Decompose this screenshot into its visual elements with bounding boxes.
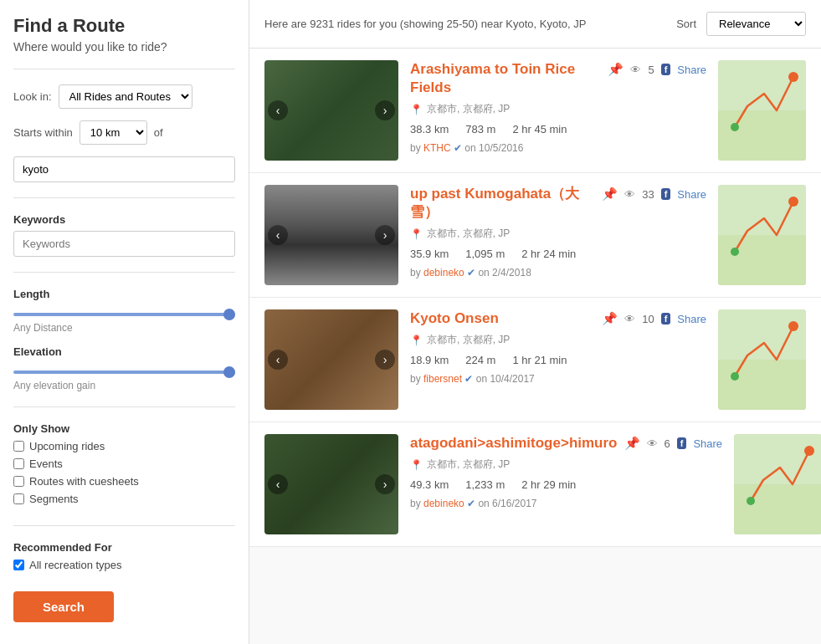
recommended-label: Recommended For	[13, 541, 235, 554]
author-link[interactable]: fibersnet	[423, 373, 462, 385]
svg-rect-13	[734, 484, 821, 534]
route-info: atagodani>ashimitoge>himuro 📌 👁 6 f Shar…	[410, 434, 722, 534]
pin-icon[interactable]: 📌	[602, 311, 618, 326]
image-next-button[interactable]: ›	[375, 100, 395, 120]
location-text: 京都市, 京都府, JP	[427, 102, 510, 116]
route-card: ‹ › Arashiyama to Toin Rice Fields 📌 👁 5…	[249, 49, 821, 173]
sidebar: Find a Route Where would you like to rid…	[0, 0, 249, 644]
cuesheets-label[interactable]: Routes with cuesheets	[29, 475, 139, 488]
author-link[interactable]: debineko	[423, 267, 464, 279]
location-field	[13, 156, 235, 182]
svg-point-14	[747, 497, 755, 505]
route-duration: 2 hr 45 min	[512, 123, 567, 135]
route-elevation: 783 m	[465, 123, 495, 135]
events-label[interactable]: Events	[29, 457, 63, 470]
route-elevation: 224 m	[465, 354, 495, 366]
image-next-button[interactable]: ›	[375, 225, 395, 245]
pin-icon[interactable]: 📌	[624, 436, 640, 451]
of-label: of	[154, 126, 163, 139]
route-date: 10/5/2016	[479, 142, 523, 154]
route-distance: 38.3 km	[410, 123, 449, 135]
route-location: 📍 京都市, 京都府, JP	[410, 227, 706, 241]
cuesheets-checkbox[interactable]	[13, 476, 24, 487]
keywords-input[interactable]	[13, 231, 235, 257]
facebook-icon: f	[661, 188, 671, 200]
route-map[interactable]	[718, 309, 806, 410]
cuesheets-checkbox-item: Routes with cuesheets	[13, 475, 235, 488]
results-summary: Here are 9231 rides for you (showing 25-…	[264, 18, 666, 30]
search-button-container: Search	[13, 588, 235, 622]
route-location: 📍 京都市, 京都府, JP	[410, 457, 722, 472]
share-link[interactable]: Share	[677, 64, 706, 76]
search-button[interactable]: Search	[13, 591, 114, 622]
all-recreation-label[interactable]: All recreation types	[29, 559, 122, 571]
views-count: 10	[642, 313, 654, 325]
look-in-select[interactable]: All Rides and Routes Routes Only Rides O…	[59, 84, 192, 109]
share-link[interactable]: Share	[677, 313, 706, 325]
divider-2	[13, 197, 235, 198]
image-prev-button[interactable]: ‹	[268, 350, 288, 370]
sort-label: Sort	[676, 18, 696, 30]
segments-label[interactable]: Segments	[29, 493, 79, 505]
route-author: by debineko ✔ on 2/4/2018	[410, 267, 706, 279]
elevation-slider[interactable]	[13, 371, 235, 374]
verified-icon: ✔	[464, 373, 473, 385]
elevation-section: Elevation Any elevation gain	[13, 345, 235, 391]
image-prev-button[interactable]: ‹	[268, 100, 288, 120]
image-next-button[interactable]: ›	[375, 474, 395, 494]
svg-point-7	[788, 197, 798, 207]
map-thumbnail	[718, 60, 806, 161]
route-card: ‹ › Kyoto Onsen 📌 👁 10 f Share 📍 京都市, 京都…	[249, 298, 821, 422]
route-date: 6/16/2017	[492, 498, 536, 509]
views-count: 5	[648, 64, 654, 76]
route-title[interactable]: Kyoto Onsen	[410, 309, 499, 328]
only-show-label: Only Show	[13, 422, 235, 435]
author-link[interactable]: debineko	[423, 498, 464, 509]
page-title: Find a Route	[13, 15, 235, 37]
route-duration: 2 hr 24 min	[521, 248, 576, 260]
route-map[interactable]	[718, 185, 806, 285]
pin-icon[interactable]: 📌	[602, 187, 618, 202]
route-title[interactable]: atagodani>ashimitoge>himuro	[410, 434, 618, 452]
location-pin-icon: 📍	[410, 335, 423, 346]
starts-within-select[interactable]: 5 km 10 km 20 km 50 km 100 km	[80, 120, 147, 145]
upcoming-rides-label[interactable]: Upcoming rides	[29, 440, 105, 452]
route-title[interactable]: Arashiyama to Toin Rice Fields	[410, 60, 601, 97]
svg-point-2	[731, 123, 739, 131]
author-link[interactable]: KTHC	[423, 142, 451, 154]
svg-point-15	[804, 446, 814, 456]
results-header: Here are 9231 rides for you (showing 25-…	[249, 0, 821, 49]
events-checkbox[interactable]	[13, 458, 24, 469]
segments-checkbox[interactable]	[13, 493, 24, 504]
map-thumbnail	[734, 434, 821, 534]
route-title[interactable]: up past Kumogahata（大雪）	[410, 185, 595, 222]
svg-point-10	[731, 372, 739, 381]
length-slider[interactable]	[13, 313, 235, 316]
location-input[interactable]	[13, 156, 235, 182]
svg-point-11	[788, 321, 798, 331]
segments-checkbox-item: Segments	[13, 493, 235, 505]
card-title-row: Kyoto Onsen 📌 👁 10 f Share	[410, 309, 706, 328]
sort-select[interactable]: Relevance Most Recent Most Popular Dista…	[706, 12, 806, 36]
keywords-label: Keywords	[13, 213, 235, 226]
only-show-section: Only Show Upcoming rides Events Routes w…	[13, 422, 235, 510]
image-next-button[interactable]: ›	[375, 350, 395, 370]
route-map[interactable]	[734, 434, 821, 534]
all-recreation-checkbox-item: All recreation types	[13, 559, 235, 571]
upcoming-rides-checkbox[interactable]	[13, 441, 24, 452]
route-map[interactable]	[718, 60, 806, 161]
svg-point-6	[731, 248, 739, 256]
route-info: Kyoto Onsen 📌 👁 10 f Share 📍 京都市, 京都府, J…	[410, 309, 706, 410]
eye-icon: 👁	[624, 188, 635, 201]
image-prev-button[interactable]: ‹	[268, 225, 288, 245]
card-actions: 📌 👁 10 f Share	[602, 311, 706, 326]
all-recreation-checkbox[interactable]	[13, 560, 24, 570]
image-prev-button[interactable]: ‹	[268, 474, 288, 494]
share-link[interactable]: Share	[693, 437, 722, 450]
route-image: ‹ ›	[264, 60, 398, 161]
share-link[interactable]: Share	[677, 188, 706, 201]
verified-icon: ✔	[467, 498, 475, 509]
pin-icon[interactable]: 📌	[608, 62, 623, 77]
card-actions: 📌 👁 6 f Share	[624, 436, 723, 451]
eye-icon: 👁	[630, 64, 641, 76]
